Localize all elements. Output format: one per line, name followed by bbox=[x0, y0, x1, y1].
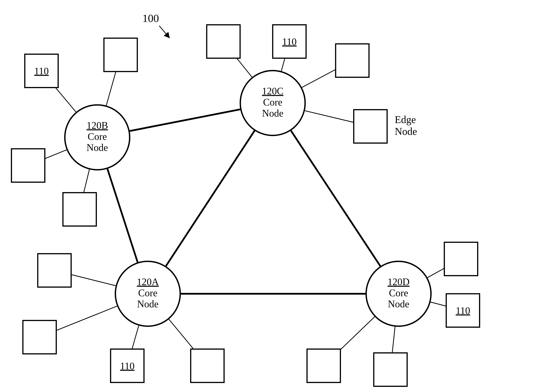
svg-rect-13 bbox=[23, 321, 56, 354]
svg-rect-16 bbox=[307, 349, 340, 383]
core-node-label-C: 120CCoreNode bbox=[262, 86, 284, 119]
svg-rect-8 bbox=[207, 25, 240, 58]
svg-rect-17 bbox=[374, 353, 407, 386]
svg-rect-19 bbox=[444, 242, 478, 276]
core-link-A-C bbox=[148, 103, 273, 294]
figure-number: 100 bbox=[143, 12, 159, 24]
svg-rect-5 bbox=[104, 38, 137, 71]
core-node-D: 120DCoreNode bbox=[366, 261, 431, 326]
edge-node-B-1 bbox=[104, 38, 137, 71]
edge-node-B-3 bbox=[63, 193, 96, 226]
edge-node-D-12 bbox=[307, 349, 340, 383]
figure-arrow-head bbox=[164, 32, 170, 38]
edge-node-label-D-14: 110 bbox=[456, 305, 470, 316]
edge-node-label-B-0: 110 bbox=[34, 66, 49, 76]
edge-node-B-2 bbox=[11, 149, 45, 182]
edge-node-C-5: 110 bbox=[273, 25, 306, 58]
edge-node-D-14: 110 bbox=[446, 294, 480, 327]
edge-node-C-4 bbox=[207, 25, 240, 58]
edge-node-A-10: 110 bbox=[111, 349, 144, 383]
svg-rect-10 bbox=[336, 44, 369, 77]
svg-rect-6 bbox=[11, 149, 45, 182]
core-node-label-D: 120DCoreNode bbox=[388, 276, 410, 309]
edge-node-B-0: 110 bbox=[25, 54, 58, 88]
edge-node-label-C-5: 110 bbox=[282, 36, 296, 47]
edge-node-A-9 bbox=[23, 321, 56, 354]
edge-node-C-7 bbox=[354, 110, 387, 143]
edge-node-annotation: EdgeNode bbox=[395, 114, 417, 137]
edge-node-A-11 bbox=[191, 349, 224, 383]
edge-node-label-A-10: 110 bbox=[120, 360, 134, 371]
network-diagram: 120ACoreNode120BCoreNode120CCoreNode120D… bbox=[0, 0, 537, 392]
edge-node-A-8 bbox=[38, 254, 71, 287]
core-node-label-A: 120ACoreNode bbox=[137, 276, 159, 309]
core-node-C: 120CCoreNode bbox=[240, 70, 305, 135]
edge-node-D-15 bbox=[444, 242, 478, 276]
edge-node-D-13 bbox=[374, 353, 407, 386]
svg-rect-15 bbox=[191, 349, 224, 383]
svg-rect-11 bbox=[354, 110, 387, 143]
core-node-A: 120ACoreNode bbox=[115, 261, 180, 326]
svg-rect-7 bbox=[63, 193, 96, 226]
edge-node-C-6 bbox=[336, 44, 369, 77]
core-node-label-B: 120BCoreNode bbox=[87, 120, 108, 153]
core-node-B: 120BCoreNode bbox=[65, 105, 130, 170]
svg-rect-12 bbox=[38, 254, 71, 287]
